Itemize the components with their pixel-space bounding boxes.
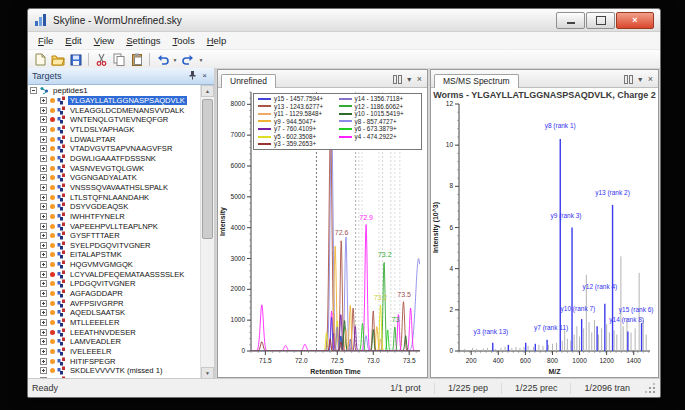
expand-icon[interactable] xyxy=(40,213,47,220)
collapse-icon[interactable] xyxy=(30,87,37,94)
resize-grip-icon[interactable] xyxy=(645,383,656,394)
expand-icon[interactable] xyxy=(40,136,47,143)
peptide-row[interactable]: SKDLEVVVVTK (missed 1) xyxy=(28,366,201,376)
peptide-row[interactable]: LCYVALDFEQEMATAASSSSLEK xyxy=(28,269,201,279)
peptide-row[interactable]: MTLLEEELER xyxy=(28,318,201,328)
peptide-row[interactable]: DGWLIGAAATFDSSSNK xyxy=(28,154,201,164)
expand-icon[interactable] xyxy=(40,194,47,201)
scroll-up-icon[interactable]: ▲ xyxy=(201,85,214,97)
expand-icon[interactable] xyxy=(40,145,47,152)
expand-icon[interactable] xyxy=(40,290,47,297)
peptide-row[interactable]: VNSSSQVAVAATHSLSPALK xyxy=(28,183,201,193)
peptide-row[interactable]: VASNVEVGTQLGWK xyxy=(28,163,201,173)
expand-icon[interactable] xyxy=(40,261,47,268)
undo-dropdown-icon[interactable]: ▼ xyxy=(171,57,179,63)
paste-button[interactable] xyxy=(128,51,146,68)
peptide-row[interactable]: DSYVGDEAQSK xyxy=(28,202,201,212)
targets-panel-title: Targets xyxy=(32,71,62,81)
peptide-row[interactable]: VTLDSLYAPHAGK xyxy=(28,125,201,135)
tab-unrefined[interactable]: Unrefined xyxy=(221,74,276,88)
peptide-row[interactable]: VAPEEHPVLLTEAPLNPK xyxy=(28,221,201,231)
expand-icon[interactable] xyxy=(40,97,47,104)
expand-icon[interactable] xyxy=(40,329,47,336)
scroll-thumb[interactable] xyxy=(202,99,213,239)
dock-icon[interactable] xyxy=(391,73,404,85)
dock-icon[interactable] xyxy=(622,73,635,85)
undo-button[interactable] xyxy=(153,51,171,68)
peptide-row[interactable]: VLEAGGLDCDMENANSVVDALK xyxy=(28,105,201,115)
peptide-row[interactable]: HITIFSPEGR xyxy=(28,356,201,366)
peptide-row[interactable]: AQEDLSAATSK xyxy=(28,308,201,318)
status-dot xyxy=(50,98,55,103)
expand-icon[interactable] xyxy=(40,155,47,162)
chevron-down-icon[interactable]: ▼ xyxy=(404,73,415,85)
open-file-button[interactable] xyxy=(49,51,67,68)
menu-file[interactable]: File xyxy=(32,34,59,47)
expand-icon[interactable] xyxy=(40,348,47,355)
cut-button[interactable] xyxy=(92,51,110,68)
close-icon[interactable]: × xyxy=(646,73,655,85)
tree-root-peptides1[interactable]: peptides1 xyxy=(28,86,201,96)
spectrum-body: Worms - YLGAYLLATLGGNASPSAQDVLK, Charge … xyxy=(431,88,658,377)
menu-tools[interactable]: Tools xyxy=(167,34,201,47)
menu-settings[interactable]: Settings xyxy=(120,34,166,47)
expand-icon[interactable] xyxy=(40,165,47,172)
expand-icon[interactable] xyxy=(40,367,47,374)
expand-icon[interactable] xyxy=(40,203,47,210)
redo-dropdown-icon[interactable]: ▼ xyxy=(197,57,205,63)
peptide-row[interactable]: LTLSTQFNLAANDAHK xyxy=(28,192,201,202)
expand-icon[interactable] xyxy=(40,358,47,365)
peptide-row[interactable]: GYSFTTTAER xyxy=(28,231,201,241)
pin-icon[interactable] xyxy=(186,71,199,82)
peptide-row[interactable]: LAMVEADLER xyxy=(28,337,201,347)
legend-item: y15 - 1457.7594+ xyxy=(258,95,339,103)
peptide-row[interactable]: LDWALPTAR xyxy=(28,134,201,144)
chevron-down-icon[interactable]: ▼ xyxy=(635,73,646,85)
redo-button[interactable] xyxy=(179,51,197,68)
close-button[interactable]: × xyxy=(616,12,654,29)
expand-icon[interactable] xyxy=(40,251,47,258)
peptide-row[interactable]: IVELEEELR xyxy=(28,347,201,357)
peptide-row[interactable]: VGGNGADYALATK xyxy=(28,173,201,183)
peptide-row[interactable]: VTADVGVTSAPVNAAGVFSR xyxy=(28,144,201,154)
close-icon[interactable]: × xyxy=(415,73,424,85)
peptide-row[interactable]: IWHHTFYNELR xyxy=(28,212,201,222)
expand-icon[interactable] xyxy=(40,242,47,249)
expand-icon[interactable] xyxy=(40,223,47,230)
close-icon[interactable]: × xyxy=(199,72,210,80)
expand-icon[interactable] xyxy=(40,107,47,114)
peptide-row[interactable]: SYELPDGQVITVGNER xyxy=(28,241,201,251)
minimize-button[interactable] xyxy=(556,12,585,29)
menu-help[interactable]: Help xyxy=(201,34,233,47)
maximize-button[interactable] xyxy=(586,12,615,29)
copy-button[interactable] xyxy=(110,51,128,68)
peptide-row[interactable]: EITALAPSTMK xyxy=(28,250,201,260)
expand-icon[interactable] xyxy=(40,174,47,181)
peptide-row[interactable]: LPDGQVITVGNER xyxy=(28,279,201,289)
expand-icon[interactable] xyxy=(40,338,47,345)
peptide-row[interactable]: AVFPSIVGRPR xyxy=(28,298,201,308)
peptide-row[interactable]: WNTENQLGTVIEVNEQFGR xyxy=(28,115,201,125)
new-file-button[interactable] xyxy=(31,51,49,68)
menu-edit[interactable]: Edit xyxy=(59,34,87,47)
expand-icon[interactable] xyxy=(40,280,47,287)
peptide-row[interactable]: YLGAYLLATLGGNASPSAQDVLK xyxy=(28,96,201,106)
expand-icon[interactable] xyxy=(40,309,47,316)
peptide-row[interactable]: LEEATHNVDESER xyxy=(28,327,201,337)
expand-icon[interactable] xyxy=(40,184,47,191)
menu-view[interactable]: View xyxy=(88,34,120,47)
titlebar[interactable]: Skyline - WormUnrefined.sky × xyxy=(28,9,660,32)
expand-icon[interactable] xyxy=(40,300,47,307)
targets-scrollbar[interactable]: ▲ ▼ xyxy=(200,85,214,379)
spectrum-chart[interactable]: 024681012200400600800100012001400M/ZInte… xyxy=(431,88,658,377)
expand-icon[interactable] xyxy=(40,126,47,133)
peptide-row[interactable]: HQGVMVGMGQK xyxy=(28,260,201,270)
peptide-row[interactable]: AGFAGDDAPR xyxy=(28,289,201,299)
expand-icon[interactable] xyxy=(40,271,47,278)
expand-icon[interactable] xyxy=(40,116,47,123)
status-count: 1/225 prec xyxy=(502,383,571,393)
expand-icon[interactable] xyxy=(40,319,47,326)
tab-msms-spectrum[interactable]: MS/MS Spectrum xyxy=(434,74,519,88)
expand-icon[interactable] xyxy=(40,232,47,239)
save-button[interactable] xyxy=(67,51,85,68)
